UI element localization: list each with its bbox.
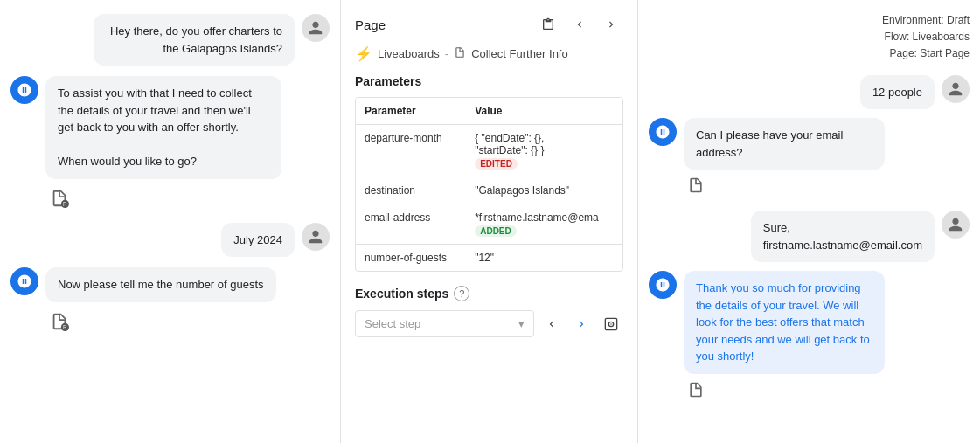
exec-section: Execution steps ? <box>355 286 623 301</box>
right-user-avatar-1 <box>942 75 970 103</box>
right-bot-bubble-1: Can I please have your email address? <box>684 118 885 170</box>
param-value: *firstname.lastname@emaADDED <box>466 204 622 245</box>
chevron-down-icon: ▾ <box>518 317 525 330</box>
right-panel: Environment: Draft Flow: Liveaboards Pag… <box>638 0 980 443</box>
bot-bubble-2: Now please tell me the number of guests <box>45 267 276 302</box>
next-page-btn[interactable] <box>599 12 623 37</box>
chat-row-user-2: July 2024 <box>10 223 330 258</box>
page-header: Page <box>355 12 623 37</box>
middle-panel: Page ⚡ Liveaboards - Collect Further Inf… <box>341 0 638 443</box>
param-value: "12" <box>466 245 622 272</box>
clipboard-icon-btn[interactable] <box>536 12 560 37</box>
param-badge: ADDED <box>475 225 517 237</box>
table-row: email-address*firstname.lastname@emaADDE… <box>356 204 622 245</box>
svg-point-6 <box>610 323 611 324</box>
breadcrumb-sep: - <box>445 47 448 60</box>
bot-avatar-2 <box>10 267 38 295</box>
chat-row-bot-2: Now please tell me the number of guests … <box>10 267 330 336</box>
left-chat-panel: Hey there, do you offer charters to the … <box>0 0 341 443</box>
right-user-bubble-2: Sure,firstname.lastname@email.com <box>751 211 935 262</box>
env-line3: Page: Start Page <box>649 45 970 62</box>
bot-bubble-1: To assist you with that I need to collec… <box>45 76 281 179</box>
breadcrumb-page: Collect Further Info <box>471 47 568 60</box>
svg-text:R: R <box>63 324 67 330</box>
table-row: number-of-guests"12" <box>356 245 622 272</box>
right-bot-avatar-1 <box>649 118 677 146</box>
param-name: destination <box>356 177 466 204</box>
step-selector: Select step ▾ <box>355 310 623 337</box>
right-chat-row-user-1: 12 people <box>649 75 970 110</box>
step-dropdown[interactable]: Select step ▾ <box>355 310 534 337</box>
nav-icons <box>536 12 623 37</box>
param-value: { "endDate": {}, "startDate": {} }EDITED <box>466 125 622 177</box>
user-bubble-2: July 2024 <box>221 223 295 258</box>
user-bubble-1: Hey there, do you offer charters to the … <box>94 14 295 66</box>
doc-icon-1: R <box>45 184 73 212</box>
breadcrumb-flow: Liveaboards <box>378 47 440 60</box>
param-name: email-address <box>356 204 466 245</box>
right-bot-avatar-2 <box>649 271 677 299</box>
user-avatar-1 <box>302 14 330 42</box>
step-next-btn[interactable] <box>569 312 594 336</box>
svg-text:R: R <box>63 201 67 207</box>
chat-row-bot-1: To assist you with that I need to collec… <box>10 76 330 212</box>
env-line2: Flow: Liveaboards <box>649 29 970 45</box>
breadcrumb-doc-icon <box>454 46 466 61</box>
param-name: departure-month <box>356 125 466 177</box>
step-prev-btn[interactable] <box>539 312 564 336</box>
col-value: Value <box>466 98 622 125</box>
right-doc-icon-2 <box>684 377 885 406</box>
param-value: "Galapagos Islands" <box>466 177 622 204</box>
page-title: Page <box>355 17 386 32</box>
param-name: number-of-guests <box>356 245 466 272</box>
user-avatar-2 <box>302 223 330 251</box>
bot-avatar-1 <box>10 76 38 104</box>
param-badge: EDITED <box>475 158 518 170</box>
exec-title: Execution steps <box>355 287 448 301</box>
env-line1: Environment: Draft <box>649 12 970 29</box>
prev-page-btn[interactable] <box>567 12 592 37</box>
params-title: Parameters <box>355 74 623 88</box>
table-row: departure-month{ "endDate": {}, "startDa… <box>356 125 622 177</box>
right-chat-row-bot-1: Can I please have your email address? <box>649 118 970 202</box>
right-bot-bubble-2: Thank you so much for providing the deta… <box>684 271 885 374</box>
col-parameter: Parameter <box>356 98 466 125</box>
flow-icon: ⚡ <box>355 45 372 62</box>
env-info: Environment: Draft Flow: Liveaboards Pag… <box>649 12 970 63</box>
chat-row-user-1: Hey there, do you offer charters to the … <box>10 14 330 66</box>
right-chat-row-user-2: Sure,firstname.lastname@email.com <box>649 211 970 262</box>
help-icon[interactable]: ? <box>454 286 469 301</box>
params-table: Parameter Value departure-month{ "endDat… <box>355 97 623 272</box>
right-user-avatar-2 <box>942 211 970 239</box>
right-chat-row-bot-2: Thank you so much for providing the deta… <box>649 271 970 406</box>
camera-btn[interactable] <box>599 312 623 336</box>
table-row: destination"Galapagos Islands" <box>356 177 622 204</box>
right-user-bubble-1: 12 people <box>860 75 935 110</box>
breadcrumb: ⚡ Liveaboards - Collect Further Info <box>355 45 623 62</box>
right-doc-icon-1 <box>684 173 885 202</box>
doc-icon-2: R <box>45 308 73 336</box>
step-placeholder: Select step <box>365 317 420 330</box>
